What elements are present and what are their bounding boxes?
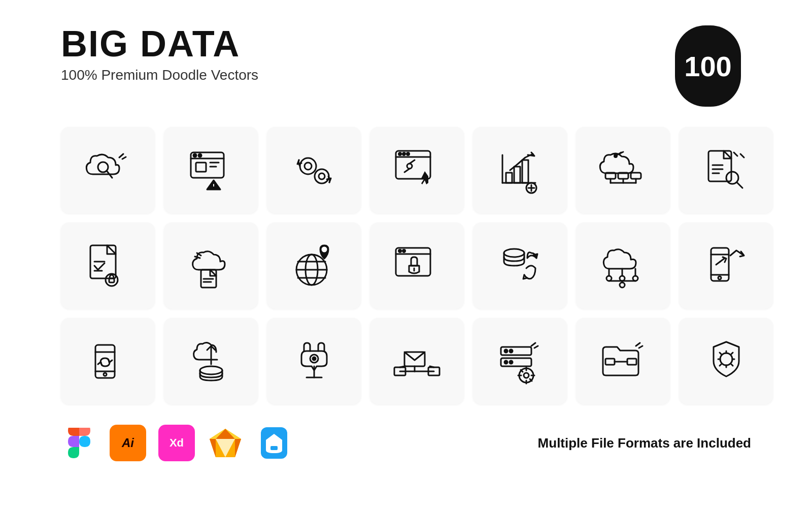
svg-point-5 [198, 154, 201, 157]
logo-bluesky [256, 425, 292, 461]
icon-card-cloud-db-upload [164, 318, 258, 404]
main-container: BIG DATA 100% Premium Doodle Vectors 100 [0, 0, 812, 487]
svg-point-84 [104, 373, 107, 376]
svg-point-62 [402, 250, 405, 252]
svg-line-80 [720, 259, 724, 262]
svg-marker-127 [235, 439, 241, 457]
svg-point-115 [720, 353, 732, 365]
icon-card-data-monitoring [267, 318, 361, 404]
svg-point-19 [407, 153, 409, 155]
icon-card-email-network [370, 318, 464, 404]
icon-card-secure-browser [370, 223, 464, 309]
icon-card-secure-report [61, 223, 155, 309]
svg-rect-33 [631, 173, 641, 179]
svg-point-61 [398, 250, 401, 252]
svg-line-21 [410, 160, 415, 164]
svg-rect-27 [522, 160, 528, 183]
svg-point-103 [510, 361, 513, 364]
svg-rect-26 [514, 167, 520, 183]
app-logos: Ai Xd [61, 425, 292, 461]
svg-point-14 [319, 173, 325, 179]
icon-card-cloud-document [164, 223, 258, 309]
xd-label: Xd [170, 436, 184, 450]
svg-rect-112 [605, 359, 615, 365]
svg-point-85 [200, 366, 222, 374]
svg-line-22 [404, 169, 410, 172]
icon-card-security-shield [679, 318, 773, 404]
svg-line-121 [731, 364, 733, 366]
svg-point-11 [300, 158, 316, 174]
svg-point-102 [504, 361, 507, 364]
svg-line-93 [400, 366, 404, 367]
icon-card-settings-sync [267, 127, 361, 213]
svg-point-13 [315, 169, 329, 183]
svg-point-48 [106, 274, 118, 286]
svg-point-64 [504, 249, 524, 257]
svg-rect-113 [627, 359, 636, 365]
logo-sketch [207, 425, 244, 461]
icon-card-document-search [679, 127, 773, 213]
logo-xd: Xd [158, 425, 195, 461]
header-section: BIG DATA 100% Premium Doodle Vectors 100 [61, 25, 751, 107]
icon-card-global-location [267, 223, 361, 309]
svg-line-120 [720, 353, 721, 354]
icon-card-analytics-cursor [370, 127, 464, 213]
svg-line-44 [737, 182, 742, 188]
svg-point-105 [524, 373, 529, 378]
icon-card-database-sync [473, 223, 567, 309]
svg-marker-126 [210, 439, 216, 457]
svg-line-122 [731, 353, 733, 354]
icons-grid [61, 127, 751, 404]
icon-card-browser-alert [164, 127, 258, 213]
main-title: BIG DATA [61, 25, 258, 62]
icon-card-folder-network [576, 318, 670, 404]
svg-point-78 [718, 276, 721, 279]
footer-section: Ai Xd [61, 425, 751, 461]
svg-point-10 [213, 187, 214, 189]
icon-card-cloud-search [61, 127, 155, 213]
svg-rect-133 [270, 446, 278, 450]
svg-point-100 [504, 350, 507, 353]
icon-card-cloud-network [576, 127, 670, 213]
svg-point-88 [313, 357, 316, 360]
ai-label: Ai [122, 436, 134, 450]
svg-rect-25 [506, 173, 512, 183]
footer-formats-text: Multiple File Formats are Included [538, 435, 751, 451]
svg-point-12 [304, 163, 312, 170]
svg-point-18 [402, 153, 405, 155]
svg-point-17 [398, 153, 401, 155]
icon-card-financial-growth [473, 127, 567, 213]
subtitle: 100% Premium Doodle Vectors [61, 67, 258, 83]
logo-ai: Ai [110, 425, 146, 461]
logo-figma [61, 425, 97, 461]
icon-card-server-settings [473, 318, 567, 404]
svg-rect-6 [196, 163, 206, 172]
svg-line-123 [720, 364, 721, 366]
badge-100: 100 [675, 25, 741, 107]
icon-card-cloud-settings-network [576, 223, 670, 309]
svg-line-94 [430, 366, 434, 367]
icon-card-mobile-growth [679, 223, 773, 309]
svg-point-101 [510, 350, 513, 353]
svg-point-58 [322, 247, 326, 251]
title-area: BIG DATA 100% Premium Doodle Vectors [61, 25, 258, 83]
svg-point-4 [193, 154, 196, 157]
icon-card-mobile-sync [61, 318, 155, 404]
